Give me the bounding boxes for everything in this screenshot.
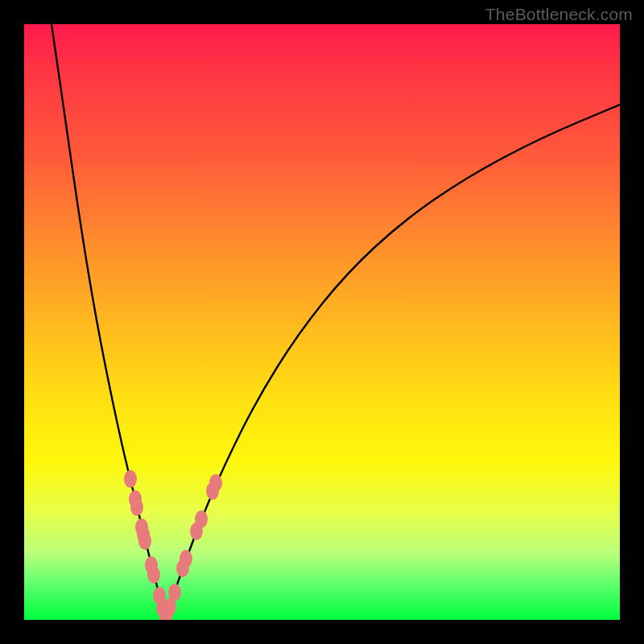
plot-area <box>24 24 620 620</box>
data-marker <box>180 550 192 568</box>
curve-right-branch <box>165 105 620 618</box>
data-marker <box>147 566 160 584</box>
data-marker <box>124 470 137 488</box>
data-marker <box>195 510 208 528</box>
data-marker <box>209 474 222 492</box>
data-marker <box>168 584 181 601</box>
marker-group <box>124 470 222 620</box>
data-marker <box>138 532 151 550</box>
chart-frame: TheBottleneck.com <box>0 0 644 644</box>
chart-svg <box>24 24 620 620</box>
data-marker <box>130 498 143 516</box>
watermark-text: TheBottleneck.com <box>485 5 633 24</box>
